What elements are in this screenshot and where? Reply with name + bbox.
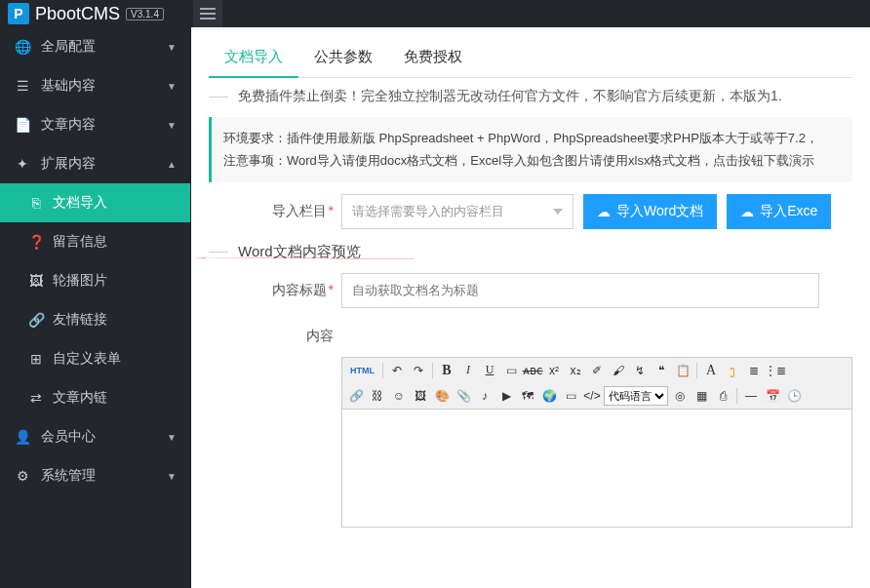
sidebar-item-label: 留言信息	[53, 233, 107, 251]
gear-icon: ⚙	[14, 468, 31, 484]
editor-superscript-button[interactable]: x²	[544, 361, 564, 380]
logo[interactable]: P PbootCMS V3.1.4	[0, 0, 191, 27]
info-line-1: 环境要求：插件使用最新版 PhpSpreadsheet + PhpWord，Ph…	[223, 127, 841, 149]
sidebar-item-member[interactable]: 👤 会员中心 ▼	[0, 417, 190, 456]
sidebar-item-label: 自定义表单	[53, 350, 121, 368]
sidebar-item-label: 系统管理	[41, 467, 167, 485]
input-content-title[interactable]	[341, 273, 819, 308]
sidebar-item-label: 基础内容	[41, 77, 167, 95]
sidebar-item-label: 文章内链	[53, 389, 107, 407]
sidebar-item-label: 会员中心	[41, 428, 167, 446]
editor-link-button[interactable]: 🔗	[346, 386, 366, 406]
sidebar-item-innerlink[interactable]: ⇄ 文章内链	[0, 378, 190, 417]
editor-backcolor-button[interactable]: ງ	[723, 361, 742, 380]
editor-fontborder-button[interactable]: ▭	[501, 361, 521, 380]
image-icon: 🖼	[27, 273, 45, 289]
sidebar-item-slideshow[interactable]: 🖼 轮播图片	[0, 261, 190, 300]
editor-map-button[interactable]: 🗺	[518, 386, 537, 406]
select-import-column[interactable]: 请选择需要导入的内容栏目	[341, 194, 573, 229]
topbar: P PbootCMS V3.1.4	[0, 0, 870, 27]
tabs: 文档导入 公共参数 免费授权	[209, 37, 852, 78]
editor-content-area[interactable]	[342, 410, 851, 527]
editor-forecolor-button[interactable]: A	[701, 361, 721, 380]
chevron-down-icon: ▼	[167, 432, 177, 443]
cloud-upload-icon: ☁	[597, 204, 611, 219]
editor-insertframe-button[interactable]: ▭	[561, 386, 580, 406]
globe-icon: 🌐	[14, 39, 31, 55]
editor-attachment-button[interactable]: 📎	[454, 386, 473, 406]
editor-formatmatch-button[interactable]: 🖌	[609, 361, 628, 380]
tab-docimport[interactable]: 文档导入	[209, 38, 298, 78]
editor-music-button[interactable]: ♪	[475, 386, 494, 406]
label-import-column: 导入栏目*	[209, 203, 341, 220]
chevron-up-icon: ▲	[167, 159, 177, 170]
editor-blockquote-button[interactable]: ❝	[652, 361, 671, 380]
editor-subscript-button[interactable]: x₂	[566, 361, 585, 380]
import-excel-button[interactable]: ☁ 导入Exce	[727, 194, 831, 229]
editor-pasteplain-button[interactable]: 📋	[673, 361, 692, 380]
editor-image-button[interactable]: 🖼	[411, 386, 430, 406]
sidebar-item-message[interactable]: ❓ 留言信息	[0, 222, 190, 261]
editor-toolbar: HTML ↶ ↷ B I U ▭ ᴀʙᴄ x² x₂ ✐	[342, 358, 851, 410]
rich-editor[interactable]: HTML ↶ ↷ B I U ▭ ᴀʙᴄ x² x₂ ✐	[341, 357, 852, 528]
editor-unlink-button[interactable]: ⛓	[368, 386, 387, 406]
editor-insertcode-button[interactable]: </>	[582, 386, 602, 406]
editor-bold-button[interactable]: B	[437, 361, 456, 380]
editor-time-button[interactable]: 🕒	[784, 386, 804, 406]
section-title-text: Word文档内容预览	[238, 243, 361, 261]
shuffle-icon: ⇄	[27, 390, 45, 406]
chevron-down-icon	[553, 209, 563, 215]
editor-background-button[interactable]: ▦	[692, 386, 711, 406]
menu-toggle-button[interactable]	[193, 0, 222, 27]
editor-undo-button[interactable]: ↶	[387, 361, 407, 380]
editor-italic-button[interactable]: I	[458, 361, 478, 380]
editor-insertul-button[interactable]: ⋮≣	[766, 361, 785, 380]
hamburger-icon	[200, 8, 216, 20]
puzzle-icon: ✦	[14, 156, 31, 172]
file-icon: 📄	[14, 117, 31, 133]
editor-video-button[interactable]: ▶	[496, 386, 516, 406]
sidebar-item-label: 全局配置	[41, 38, 167, 56]
editor-pagebreak-button[interactable]: ⎙	[713, 386, 732, 406]
logo-text: PbootCMS	[35, 4, 120, 24]
editor-autotypeset-button[interactable]: ↯	[630, 361, 650, 380]
tab-free-license[interactable]: 免费授权	[388, 38, 478, 78]
sidebar-item-label: 轮播图片	[53, 272, 107, 290]
sidebar-item-label: 文档导入	[53, 194, 107, 212]
editor-date-button[interactable]: 📅	[763, 386, 782, 406]
chevron-down-icon: ▼	[167, 471, 177, 482]
editor-redo-button[interactable]: ↷	[409, 361, 428, 380]
label-content-title: 内容标题*	[209, 282, 341, 299]
sidebar-item-friendlink[interactable]: 🔗 友情链接	[0, 300, 190, 339]
chevron-down-icon: ▼	[167, 81, 177, 92]
editor-underline-button[interactable]: U	[480, 361, 499, 380]
info-line-2: 注意事项：Word导入请使用docx格式文档，Excel导入如包含图片请使用xl…	[223, 149, 841, 172]
select-placeholder: 请选择需要导入的内容栏目	[352, 203, 504, 220]
sidebar-item-customform[interactable]: ⊞ 自定义表单	[0, 339, 190, 378]
sidebar-item-system[interactable]: ⚙ 系统管理 ▼	[0, 456, 190, 495]
warning-text: 免费插件禁止倒卖！完全独立控制器无改动任何官方文件，不影响官方后续更新，本版为1…	[238, 88, 782, 105]
editor-html-button[interactable]: HTML	[346, 361, 378, 380]
editor-codelang-select[interactable]: 代码语言	[604, 386, 668, 406]
import-word-button[interactable]: ☁ 导入Word文档	[583, 194, 717, 229]
sidebar-item-docimport[interactable]: ⎘ 文档导入	[0, 183, 190, 222]
sidebar-item-article[interactable]: 📄 文章内容 ▼	[0, 105, 190, 144]
question-icon: ❓	[27, 234, 45, 250]
warning-line: 免费插件禁止倒卖！完全独立控制器无改动任何官方文件，不影响官方后续更新，本版为1…	[209, 88, 852, 105]
version-badge: V3.1.4	[126, 8, 164, 20]
editor-template-button[interactable]: ◎	[670, 386, 690, 406]
editor-strike-button[interactable]: ᴀʙᴄ	[523, 361, 542, 380]
editor-clearformat-button[interactable]: ✐	[587, 361, 607, 380]
editor-insertol-button[interactable]: ≣	[744, 361, 764, 380]
user-icon: 👤	[14, 429, 31, 445]
tab-public-param[interactable]: 公共参数	[298, 38, 388, 78]
sidebar-item-global[interactable]: 🌐 全局配置 ▼	[0, 27, 190, 66]
editor-emoticon-button[interactable]: ☺	[389, 386, 409, 406]
row-content-title: 内容标题*	[209, 273, 852, 308]
editor-scrawl-button[interactable]: 🎨	[432, 386, 452, 406]
sidebar-item-extension[interactable]: ✦ 扩展内容 ▲	[0, 144, 190, 183]
main-content: 文档导入 公共参数 免费授权 免费插件禁止倒卖！完全独立控制器无改动任何官方文件…	[191, 27, 870, 588]
sidebar-item-basic[interactable]: ☰ 基础内容 ▼	[0, 66, 190, 105]
editor-gmap-button[interactable]: 🌍	[539, 386, 559, 406]
editor-horizontal-button[interactable]: —	[741, 386, 761, 406]
